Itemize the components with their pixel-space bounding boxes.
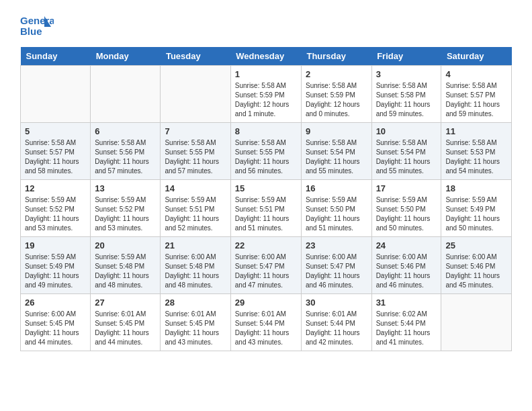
day-info: Sunrise: 5:58 AM Sunset: 5:56 PM Dayligh… (95, 138, 156, 176)
day-info: Sunrise: 5:58 AM Sunset: 5:53 PM Dayligh… (445, 138, 507, 176)
day-number: 8 (235, 126, 297, 136)
day-info: Sunrise: 6:00 AM Sunset: 5:48 PM Dayligh… (165, 253, 226, 290)
calendar-cell: 29Sunrise: 6:01 AM Sunset: 5:44 PM Dayli… (230, 294, 301, 351)
day-number: 20 (95, 240, 156, 250)
day-info: Sunrise: 6:00 AM Sunset: 5:46 PM Dayligh… (376, 253, 437, 290)
calendar-cell: 18Sunrise: 5:59 AM Sunset: 5:49 PM Dayli… (441, 180, 512, 237)
calendar-header-row: SundayMondayTuesdayWednesdayThursdayFrid… (21, 47, 512, 66)
calendar-cell: 16Sunrise: 5:59 AM Sunset: 5:50 PM Dayli… (301, 180, 371, 237)
day-info: Sunrise: 6:01 AM Sunset: 5:45 PM Dayligh… (95, 310, 156, 347)
calendar-cell: 12Sunrise: 5:59 AM Sunset: 5:52 PM Dayli… (21, 180, 91, 237)
header-thursday: Thursday (301, 47, 371, 66)
day-number: 27 (95, 298, 156, 308)
day-info: Sunrise: 5:59 AM Sunset: 5:49 PM Dayligh… (445, 195, 507, 233)
calendar-week-row: 19Sunrise: 5:59 AM Sunset: 5:49 PM Dayli… (21, 237, 512, 294)
day-number: 21 (165, 240, 226, 250)
day-number: 18 (445, 183, 507, 193)
day-number: 9 (306, 126, 367, 136)
calendar-cell: 15Sunrise: 5:59 AM Sunset: 5:51 PM Dayli… (230, 180, 301, 237)
logo: GeneralBlue (20, 13, 54, 40)
day-info: Sunrise: 5:58 AM Sunset: 5:58 PM Dayligh… (376, 81, 437, 119)
day-info: Sunrise: 5:59 AM Sunset: 5:49 PM Dayligh… (25, 253, 86, 290)
day-info: Sunrise: 6:01 AM Sunset: 5:44 PM Dayligh… (306, 310, 367, 347)
calendar-cell: 30Sunrise: 6:01 AM Sunset: 5:44 PM Dayli… (301, 294, 371, 351)
day-number: 23 (306, 240, 367, 250)
day-number: 11 (445, 126, 507, 136)
calendar-cell: 7Sunrise: 5:58 AM Sunset: 5:55 PM Daylig… (161, 123, 230, 180)
day-number: 24 (376, 240, 437, 250)
header-saturday: Saturday (441, 47, 512, 66)
calendar-cell: 8Sunrise: 5:58 AM Sunset: 5:55 PM Daylig… (230, 123, 301, 180)
day-info: Sunrise: 5:59 AM Sunset: 5:52 PM Dayligh… (25, 195, 86, 233)
calendar-cell: 14Sunrise: 5:59 AM Sunset: 5:51 PM Dayli… (161, 180, 230, 237)
calendar-cell (161, 66, 230, 123)
day-number: 26 (25, 298, 86, 308)
day-number: 10 (376, 126, 437, 136)
day-number: 15 (235, 183, 297, 193)
day-info: Sunrise: 5:59 AM Sunset: 5:50 PM Dayligh… (306, 195, 367, 233)
calendar-cell: 6Sunrise: 5:58 AM Sunset: 5:56 PM Daylig… (91, 123, 161, 180)
calendar-cell: 13Sunrise: 5:59 AM Sunset: 5:52 PM Dayli… (91, 180, 161, 237)
day-info: Sunrise: 5:58 AM Sunset: 5:55 PM Dayligh… (165, 138, 226, 176)
day-number: 12 (25, 183, 86, 193)
day-number: 22 (235, 240, 297, 250)
logo: GeneralBlue (20, 13, 54, 40)
day-info: Sunrise: 5:59 AM Sunset: 5:51 PM Dayligh… (165, 195, 226, 233)
day-info: Sunrise: 6:01 AM Sunset: 5:44 PM Dayligh… (235, 310, 297, 347)
day-info: Sunrise: 5:58 AM Sunset: 5:59 PM Dayligh… (235, 81, 297, 119)
day-number: 30 (306, 298, 367, 308)
day-number: 7 (165, 126, 226, 136)
header-wednesday: Wednesday (230, 47, 301, 66)
day-info: Sunrise: 6:01 AM Sunset: 5:45 PM Dayligh… (165, 310, 226, 347)
calendar-cell: 1Sunrise: 5:58 AM Sunset: 5:59 PM Daylig… (230, 66, 301, 123)
calendar-cell: 28Sunrise: 6:01 AM Sunset: 5:45 PM Dayli… (161, 294, 230, 351)
day-info: Sunrise: 6:00 AM Sunset: 5:46 PM Dayligh… (445, 253, 507, 290)
header-monday: Monday (91, 47, 161, 66)
calendar-week-row: 12Sunrise: 5:59 AM Sunset: 5:52 PM Dayli… (21, 180, 512, 237)
day-number: 3 (376, 69, 437, 79)
calendar-cell: 20Sunrise: 5:59 AM Sunset: 5:48 PM Dayli… (91, 237, 161, 294)
day-info: Sunrise: 5:58 AM Sunset: 5:57 PM Dayligh… (25, 138, 86, 176)
calendar-cell: 5Sunrise: 5:58 AM Sunset: 5:57 PM Daylig… (21, 123, 91, 180)
calendar-cell: 11Sunrise: 5:58 AM Sunset: 5:53 PM Dayli… (441, 123, 512, 180)
svg-text:Blue: Blue (20, 26, 42, 37)
header-sunday: Sunday (21, 47, 91, 66)
day-info: Sunrise: 6:02 AM Sunset: 5:44 PM Dayligh… (376, 310, 437, 347)
calendar-cell: 31Sunrise: 6:02 AM Sunset: 5:44 PM Dayli… (371, 294, 441, 351)
day-info: Sunrise: 5:59 AM Sunset: 5:51 PM Dayligh… (235, 195, 297, 233)
calendar-cell: 25Sunrise: 6:00 AM Sunset: 5:46 PM Dayli… (441, 237, 512, 294)
day-number: 16 (306, 183, 367, 193)
day-number: 4 (445, 69, 507, 79)
day-number: 25 (445, 240, 507, 250)
calendar-cell: 3Sunrise: 5:58 AM Sunset: 5:58 PM Daylig… (371, 66, 441, 123)
calendar-cell: 17Sunrise: 5:59 AM Sunset: 5:50 PM Dayli… (371, 180, 441, 237)
day-info: Sunrise: 5:59 AM Sunset: 5:48 PM Dayligh… (95, 253, 156, 290)
day-number: 5 (25, 126, 86, 136)
calendar-cell (441, 294, 512, 351)
calendar-cell (91, 66, 161, 123)
day-info: Sunrise: 5:58 AM Sunset: 5:59 PM Dayligh… (306, 81, 367, 119)
day-number: 6 (95, 126, 156, 136)
calendar-week-row: 1Sunrise: 5:58 AM Sunset: 5:59 PM Daylig… (21, 66, 512, 123)
calendar-cell (21, 66, 91, 123)
calendar-cell: 27Sunrise: 6:01 AM Sunset: 5:45 PM Dayli… (91, 294, 161, 351)
day-info: Sunrise: 5:59 AM Sunset: 5:50 PM Dayligh… (376, 195, 437, 233)
day-info: Sunrise: 5:58 AM Sunset: 5:54 PM Dayligh… (306, 138, 367, 176)
calendar-cell: 4Sunrise: 5:58 AM Sunset: 5:57 PM Daylig… (441, 66, 512, 123)
calendar-table: SundayMondayTuesdayWednesdayThursdayFrid… (20, 47, 512, 351)
general-blue-logo-icon: GeneralBlue (20, 13, 54, 40)
calendar-week-row: 5Sunrise: 5:58 AM Sunset: 5:57 PM Daylig… (21, 123, 512, 180)
day-number: 2 (306, 69, 367, 79)
day-number: 17 (376, 183, 437, 193)
calendar-cell: 24Sunrise: 6:00 AM Sunset: 5:46 PM Dayli… (371, 237, 441, 294)
day-info: Sunrise: 6:00 AM Sunset: 5:45 PM Dayligh… (25, 310, 86, 347)
day-number: 19 (25, 240, 86, 250)
day-info: Sunrise: 5:59 AM Sunset: 5:52 PM Dayligh… (95, 195, 156, 233)
day-number: 13 (95, 183, 156, 193)
header-friday: Friday (371, 47, 441, 66)
day-info: Sunrise: 5:58 AM Sunset: 5:57 PM Dayligh… (445, 81, 507, 119)
calendar-cell: 19Sunrise: 5:59 AM Sunset: 5:49 PM Dayli… (21, 237, 91, 294)
page-header: GeneralBlue (20, 13, 512, 40)
day-number: 28 (165, 298, 226, 308)
header-tuesday: Tuesday (161, 47, 230, 66)
